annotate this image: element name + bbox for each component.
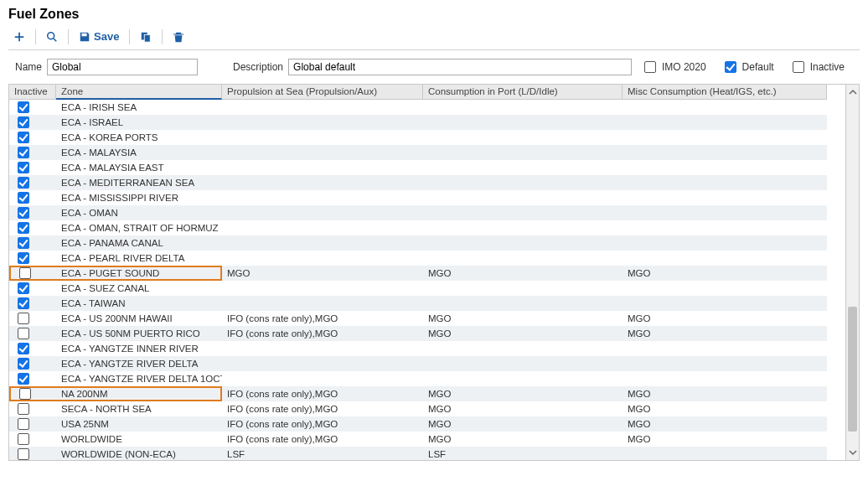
row-inactive-checkbox[interactable] [18,192,29,204]
row-inactive-checkbox[interactable] [18,252,29,264]
col-header-misc[interactable]: Misc Consumption (Heat/IGS, etc.) [623,85,827,100]
row-inactive-cell[interactable] [9,266,56,281]
row-inactive-cell[interactable] [9,190,56,205]
row-consumption-cell[interactable]: MGO [423,311,623,326]
row-misc-cell[interactable] [623,447,827,460]
row-misc-cell[interactable] [623,175,827,190]
row-zone-cell[interactable]: WORLDWIDE [56,432,222,447]
row-consumption-cell[interactable]: MGO [423,326,623,341]
row-misc-cell[interactable] [623,251,827,266]
row-inactive-cell[interactable] [9,401,56,416]
row-inactive-checkbox[interactable] [18,418,29,430]
row-propulsion-cell[interactable] [222,190,423,205]
row-propulsion-cell[interactable] [222,235,423,251]
row-misc-cell[interactable] [623,356,827,371]
row-propulsion-cell[interactable]: IFO (cons rate only),MGO [222,416,423,432]
row-inactive-cell[interactable] [9,205,56,220]
row-zone-cell[interactable]: ECA - IRISH SEA [56,100,222,115]
imo-2020-checkbox[interactable] [644,61,656,73]
row-inactive-cell[interactable] [9,100,56,115]
row-zone-cell[interactable]: ECA - YANGTZE RIVER DELTA [56,356,222,371]
row-propulsion-cell[interactable] [222,251,423,266]
row-inactive-checkbox[interactable] [18,297,29,309]
row-consumption-cell[interactable] [423,100,623,115]
row-inactive-cell[interactable] [9,220,56,235]
row-zone-cell[interactable]: ECA - MEDITERRANEAN SEA [56,175,222,190]
row-misc-cell[interactable]: MGO [623,401,827,416]
row-zone-cell[interactable]: ECA - OMAN [56,205,222,220]
row-propulsion-cell[interactable] [222,220,423,235]
row-consumption-cell[interactable] [423,160,623,175]
row-inactive-checkbox[interactable] [18,373,29,385]
row-misc-cell[interactable] [623,100,827,115]
vertical-scrollbar[interactable] [845,85,859,460]
row-inactive-cell[interactable] [9,115,56,130]
row-misc-cell[interactable] [623,341,827,356]
row-zone-cell[interactable]: ECA - YANGTZE INNER RIVER [56,341,222,356]
imo-2020-checkbox-wrap[interactable]: IMO 2020 [641,59,706,75]
row-consumption-cell[interactable] [423,341,623,356]
row-misc-cell[interactable] [623,296,827,311]
scroll-track[interactable] [846,100,859,445]
row-consumption-cell[interactable] [423,175,623,190]
row-consumption-cell[interactable]: MGO [423,386,623,401]
row-propulsion-cell[interactable] [222,100,423,115]
row-zone-cell[interactable]: ECA - PUGET SOUND [56,266,222,281]
row-propulsion-cell[interactable]: IFO (cons rate only),MGO [222,386,423,401]
row-inactive-checkbox[interactable] [18,177,29,189]
row-zone-cell[interactable]: ECA - KOREA PORTS [56,130,222,145]
row-consumption-cell[interactable] [423,145,623,160]
scroll-down-button[interactable] [846,445,859,460]
row-misc-cell[interactable] [623,235,827,251]
row-propulsion-cell[interactable]: LSF [222,447,423,460]
row-zone-cell[interactable]: ECA - US 200NM HAWAII [56,311,222,326]
row-zone-cell[interactable]: ECA - MISSISSIPPI RIVER [56,190,222,205]
row-propulsion-cell[interactable]: IFO (cons rate only),MGO [222,432,423,447]
row-inactive-checkbox[interactable] [19,388,31,400]
scroll-thumb[interactable] [848,307,857,431]
description-input[interactable] [288,59,632,75]
row-inactive-checkbox[interactable] [18,237,29,249]
row-inactive-checkbox[interactable] [18,448,29,460]
row-inactive-cell[interactable] [9,386,56,401]
row-misc-cell[interactable] [623,115,827,130]
row-consumption-cell[interactable]: MGO [423,416,623,432]
row-inactive-checkbox[interactable] [18,313,29,324]
row-inactive-cell[interactable] [9,296,56,311]
row-inactive-checkbox[interactable] [18,222,29,234]
row-zone-cell[interactable]: ECA - SUEZ CANAL [56,281,222,296]
row-inactive-cell[interactable] [9,371,56,386]
row-misc-cell[interactable]: MGO [623,386,827,401]
row-zone-cell[interactable]: NA 200NM [56,386,222,401]
row-propulsion-cell[interactable]: IFO (cons rate only),MGO [222,401,423,416]
row-propulsion-cell[interactable] [222,341,423,356]
copy-button[interactable] [135,29,157,44]
row-inactive-cell[interactable] [9,416,56,432]
row-propulsion-cell[interactable] [222,175,423,190]
row-zone-cell[interactable]: USA 25NM [56,416,222,432]
row-propulsion-cell[interactable] [222,296,423,311]
row-inactive-cell[interactable] [9,235,56,251]
row-zone-cell[interactable]: ECA - MALAYSIA [56,145,222,160]
row-zone-cell[interactable]: ECA - PEARL RIVER DELTA [56,251,222,266]
row-inactive-checkbox[interactable] [18,343,29,354]
row-inactive-checkbox[interactable] [18,116,29,128]
row-consumption-cell[interactable]: MGO [423,432,623,447]
row-inactive-cell[interactable] [9,432,56,447]
row-inactive-cell[interactable] [9,311,56,326]
row-inactive-cell[interactable] [9,447,56,460]
default-checkbox[interactable] [725,61,736,73]
row-inactive-checkbox[interactable] [18,358,29,370]
row-misc-cell[interactable]: MGO [623,432,827,447]
default-checkbox-wrap[interactable]: Default [721,59,774,75]
row-zone-cell[interactable]: ECA - YANGTZE RIVER DELTA 1OCT [56,371,222,386]
row-zone-cell[interactable]: SECA - NORTH SEA [56,401,222,416]
name-input[interactable] [47,59,198,75]
row-propulsion-cell[interactable] [222,356,423,371]
search-button[interactable] [41,29,63,44]
row-inactive-checkbox[interactable] [18,162,29,173]
row-zone-cell[interactable]: WORLDWIDE (NON-ECA) [56,447,222,460]
row-inactive-cell[interactable] [9,341,56,356]
row-inactive-checkbox[interactable] [19,267,31,279]
row-propulsion-cell[interactable]: MGO [222,266,423,281]
